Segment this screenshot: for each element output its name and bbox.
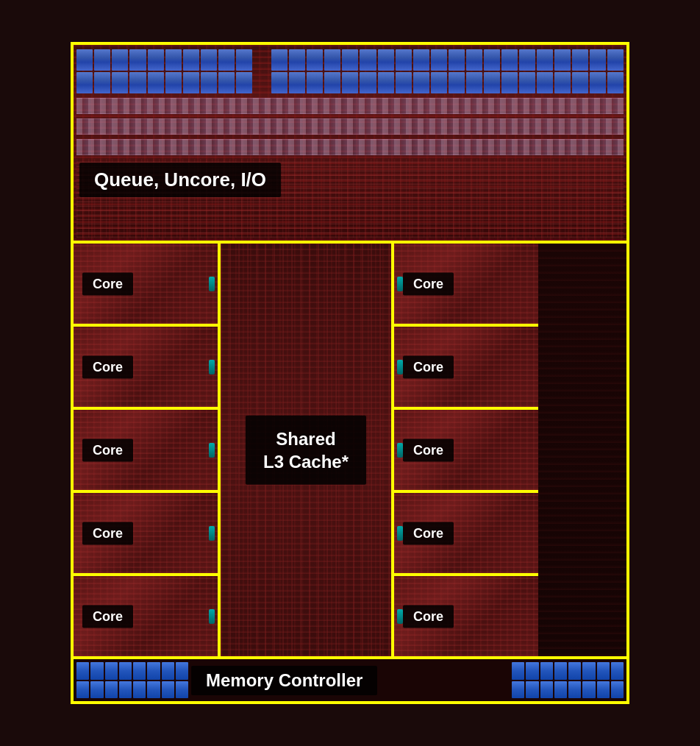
memory-unit [133,662,146,680]
blue-unit [165,72,182,93]
blue-unit [378,49,394,71]
memory-unit [611,681,624,699]
core-cell-right-2: Core [394,410,538,493]
blue-unit [396,49,412,71]
blue-unit [466,49,482,71]
memory-unit [162,662,174,680]
blue-unit [572,49,588,71]
blue-unit [148,49,164,71]
blue-unit [94,49,110,71]
memory-unit [147,662,160,680]
memory-unit [611,662,624,680]
blue-blocks-top [76,49,624,93]
blue-unit [378,72,394,93]
blue-unit [76,49,93,71]
blue-unit [396,72,412,93]
core-cell-left-2: Core [74,410,218,493]
blue-unit [307,72,323,93]
blue-unit [165,49,182,71]
core-label-right-1: Core [403,355,454,378]
memory-unit [540,662,553,680]
core-cell-right-1: Core [394,327,538,410]
blue-unit [94,72,110,93]
memory-unit [119,681,132,699]
blue-block-group-right [271,49,624,93]
memory-unit [90,681,103,699]
blue-unit [218,49,235,71]
blue-unit [289,49,305,71]
memory-unit [105,662,118,680]
blue-unit [324,49,340,71]
blue-unit [289,72,305,93]
core-cell-left-3: Core [74,493,218,576]
core-label-left-4: Core [82,605,133,628]
blue-unit [271,49,288,71]
blue-unit [484,72,500,93]
core-cell-right-0: Core [394,244,538,327]
blue-unit [590,72,606,93]
blue-unit [537,49,553,71]
memory-label-area: Memory Controller [191,666,509,695]
middle-section: Core Core Core Core Core Shared L3 Cache… [74,244,626,659]
core-label-left-0: Core [82,272,133,295]
core-label-left-2: Core [82,438,133,461]
memory-unit [568,662,581,680]
memory-unit [105,681,118,699]
blue-unit [607,72,624,93]
core-label-right-2: Core [403,438,454,461]
blue-unit [129,49,146,71]
blue-unit [76,72,93,93]
memory-unit [76,662,89,680]
blue-unit [271,72,288,93]
blue-unit [449,49,465,71]
memory-bank-left [74,659,191,701]
blue-unit [554,49,571,71]
cache-label: Shared L3 Cache* [246,415,366,484]
memory-unit [176,681,188,699]
memory-unit [554,662,567,680]
blue-block-group-left [76,49,252,93]
core-cell-left-0: Core [74,244,218,327]
memory-unit [526,662,538,680]
blue-unit [112,72,128,93]
core-cell-left-1: Core [74,327,218,410]
blue-unit [537,72,553,93]
cache-label-line1: Shared [276,428,335,448]
blue-unit [501,49,518,71]
memory-unit [540,681,553,699]
blue-unit [519,49,535,71]
right-cores-column: Core Core Core Core Core [391,244,538,656]
memory-unit [568,681,581,699]
blue-unit [201,49,217,71]
core-cell-right-3: Core [394,493,538,576]
interconnect-row [76,98,624,114]
memory-unit [90,662,103,680]
memory-unit [597,662,610,680]
memory-unit [162,681,174,699]
memory-unit [119,662,132,680]
blue-unit [307,49,323,71]
blue-unit [183,72,199,93]
queue-uncore-io-label: Queue, Uncore, I/O [79,163,281,197]
core-label-left-3: Core [82,522,133,544]
blue-unit [218,72,235,93]
blue-unit [360,49,376,71]
shared-l3-cache: Shared L3 Cache* [221,244,391,656]
core-label-left-1: Core [82,355,133,378]
blue-unit [449,72,465,93]
memory-unit [526,681,538,699]
queue-uncore-io-text: Queue, Uncore, I/O [94,168,266,191]
bottom-section: Memory Controller [74,659,626,701]
blue-unit [484,49,500,71]
memory-unit [512,681,524,699]
blue-unit [519,72,535,93]
blue-unit [590,49,606,71]
blue-unit [236,72,252,93]
memory-controller-label: Memory Controller [191,666,377,695]
blue-unit [236,49,252,71]
blue-unit [501,72,518,93]
blue-unit [342,72,358,93]
core-cell-left-4: Core [74,576,218,656]
core-label-right-4: Core [403,605,454,628]
cache-label-line2: L3 Cache* [263,452,349,472]
